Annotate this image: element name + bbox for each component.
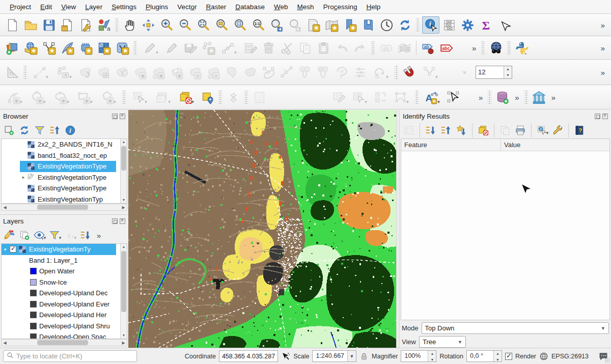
layers-vscrollbar[interactable]: ▲▼ <box>120 244 127 339</box>
pan-to-selection[interactable] <box>140 16 157 34</box>
style-manager[interactable]: a <box>95 16 113 34</box>
split-parts[interactable] <box>260 64 277 81</box>
value-column-header[interactable]: Value <box>501 139 523 151</box>
browser-float-button[interactable] <box>112 114 118 119</box>
advanced-digitizing-panel[interactable] <box>4 64 21 81</box>
merge-attributes[interactable] <box>315 64 332 81</box>
layer-tree-item[interactable]: Open Water <box>2 266 116 277</box>
show-bookmarks[interactable] <box>359 16 377 34</box>
undo[interactable] <box>333 39 350 57</box>
browser-tree-item[interactable]: ▸ ExistingVegetationType <box>20 172 116 183</box>
deselect-all-layers[interactable]: ▾ <box>175 89 198 106</box>
layer-visibility-checkbox[interactable] <box>10 246 16 253</box>
move-feature[interactable]: ▾ <box>53 64 75 81</box>
current-edits[interactable]: ▾ <box>140 39 162 57</box>
toolbar-overflow[interactable]: » <box>598 21 608 30</box>
field-calculator[interactable] <box>440 16 458 34</box>
identify-features[interactable]: i <box>422 16 439 34</box>
layer-tree-item[interactable]: Developed-Upland Dec <box>2 288 116 299</box>
digitizing-overflow[interactable]: » <box>598 68 608 77</box>
rotate-point-symbols[interactable] <box>333 64 350 81</box>
manage-visibility[interactable]: ▾ <box>33 229 46 242</box>
browser-close-button[interactable] <box>120 114 125 119</box>
filter-by-expression[interactable]: ε▾ <box>64 229 77 242</box>
select-by-form[interactable]: ▾ <box>152 89 174 106</box>
flip-tool[interactable] <box>225 89 242 106</box>
zoom-next[interactable] <box>286 16 303 34</box>
rotate-feature[interactable] <box>76 64 94 81</box>
regular-polygon[interactable]: ✱▾ <box>97 89 120 106</box>
identify-close-button[interactable] <box>602 114 608 119</box>
refresh-browser[interactable] <box>18 124 31 137</box>
filter-legend[interactable]: ▾ <box>48 229 62 242</box>
layers-close-button[interactable] <box>120 218 125 224</box>
circle-2points[interactable]: ✱▾ <box>27 89 49 106</box>
vertex-tool[interactable]: ▾ <box>218 39 240 57</box>
menu-database[interactable]: Database <box>231 1 269 13</box>
locate-input[interactable]: Type to locate (Ctrl+K) <box>3 350 137 362</box>
zoom-in[interactable] <box>158 16 175 34</box>
save-layer-edits[interactable] <box>181 39 199 57</box>
cad-construction[interactable]: ▾ <box>30 64 52 81</box>
add-wms-layer[interactable] <box>22 39 39 57</box>
select-by-location[interactable] <box>199 89 216 106</box>
expand-collapse-all[interactable] <box>79 229 92 242</box>
python-console[interactable] <box>513 39 531 57</box>
delete-ring[interactable]: ✕ <box>186 64 204 81</box>
view-select[interactable]: Tree▼ <box>419 336 466 348</box>
db-manager[interactable] <box>494 89 511 106</box>
geometry-checker[interactable] <box>372 89 389 106</box>
add-mesh-layer[interactable] <box>77 39 94 57</box>
save-project[interactable] <box>40 16 58 34</box>
new-project[interactable] <box>4 16 21 34</box>
layer-diagram[interactable] <box>396 39 413 57</box>
redo[interactable] <box>351 39 369 57</box>
cut-features[interactable] <box>278 39 295 57</box>
menu-web[interactable]: Web <box>269 1 293 13</box>
browser-tree-item[interactable]: band1_float32_noct_ep <box>20 150 116 161</box>
menu-edit[interactable]: Edit <box>36 1 57 13</box>
layer-tree-item[interactable]: Developed-Upland Ever <box>2 299 116 310</box>
rotation-up-button[interactable]: ▲ <box>494 351 502 357</box>
expand-tree[interactable] <box>424 124 437 137</box>
copy-feature[interactable] <box>498 124 512 137</box>
menu-vector[interactable]: Vector <box>173 1 201 13</box>
pin-labels[interactable]: ab <box>420 39 437 57</box>
modify-attributes[interactable] <box>241 39 259 57</box>
label-toolbar-overflow[interactable]: » <box>469 44 479 52</box>
layer-tree-item[interactable]: Developed-Open Spac <box>2 331 116 339</box>
open-attribute-table[interactable]: ▾ <box>348 89 371 106</box>
new-spatial-bookmark[interactable] <box>341 16 358 34</box>
rectangle[interactable]: ✱▾ <box>74 89 96 106</box>
identify-settings[interactable] <box>551 124 564 137</box>
paste-features[interactable] <box>315 39 332 57</box>
digitize-with-segment[interactable] <box>200 39 217 57</box>
layer-tree-item[interactable]: Band 1: Layer_1 <box>2 255 116 266</box>
align-features[interactable] <box>351 64 369 81</box>
lock-icon[interactable] <box>359 352 369 361</box>
browser-tree-item[interactable]: ExistingVegetationType <box>20 183 116 194</box>
menu-layer[interactable]: Layer <box>80 1 107 13</box>
crs-status-button[interactable]: EPSG:26913 <box>551 353 589 360</box>
change-label[interactable]: A▾ <box>421 89 443 106</box>
expand-new-results[interactable] <box>455 124 468 137</box>
menu-view[interactable]: View <box>57 1 80 13</box>
layers-hscrollbar[interactable]: ◀▶ <box>1 339 127 346</box>
add-vector-layer[interactable] <box>40 39 58 57</box>
browser-hscrollbar[interactable]: ◀▶ <box>1 204 127 211</box>
layer-tree-item[interactable]: Snow-Ice <box>2 277 116 288</box>
print-response[interactable] <box>514 124 527 137</box>
layers-overflow[interactable]: » <box>94 231 104 240</box>
filter-browser[interactable] <box>33 124 46 137</box>
temporal-controller[interactable] <box>378 16 395 34</box>
processing-toolbox[interactable] <box>459 16 476 34</box>
new-3d-map-view[interactable] <box>323 16 340 34</box>
new-attribute-table[interactable] <box>330 89 347 106</box>
new-print-layout[interactable] <box>59 16 76 34</box>
add-selected-layers[interactable] <box>3 124 16 137</box>
magnifier-spinbox[interactable]: 100% ▲▼ <box>401 350 436 362</box>
add-group[interactable] <box>18 229 31 242</box>
plugins-overflow[interactable]: » <box>598 44 608 52</box>
show-hide-labels[interactable]: abc <box>438 39 455 57</box>
menu-project[interactable]: Project <box>5 1 36 13</box>
